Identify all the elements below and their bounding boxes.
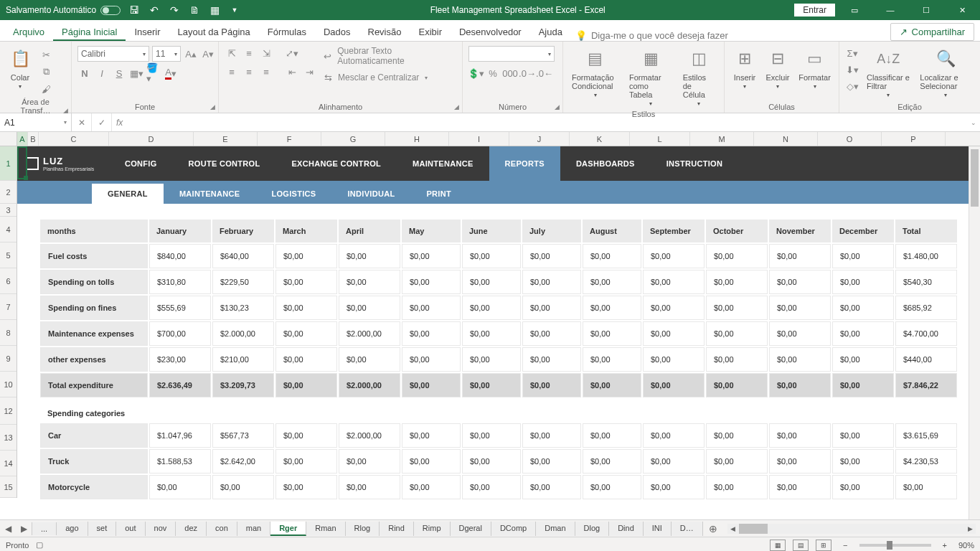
table-cell[interactable]: $0,00	[339, 244, 400, 268]
formula-bar[interactable]	[127, 113, 967, 131]
decrease-decimal-icon[interactable]: .0←	[537, 66, 552, 80]
table-cell[interactable]: $0,00	[275, 373, 337, 397]
table-cell[interactable]: $0,00	[583, 475, 641, 499]
table-cell[interactable]: $0,00	[643, 347, 705, 372]
sheet-nav-prev-icon[interactable]: ◀	[0, 524, 16, 534]
column-header[interactable]: H	[385, 132, 449, 146]
sort-filter-button[interactable]: A↓ZClassificar e Filtrar▾	[864, 44, 913, 100]
table-cell[interactable]: $0,00	[339, 475, 400, 499]
wrap-text-button[interactable]: ↩Quebrar Texto Automaticamente	[321, 46, 456, 66]
table-header[interactable]: Total	[895, 220, 957, 242]
launcher-icon[interactable]: ◢	[454, 103, 459, 110]
table-cell[interactable]: Total expenditure	[40, 373, 148, 397]
table-cell[interactable]: $0,00	[402, 296, 461, 320]
row-header[interactable]: 2	[0, 181, 17, 204]
table-header[interactable]: May	[402, 220, 461, 242]
table-cell[interactable]: $0,00	[275, 449, 337, 474]
table-cell[interactable]: Car	[40, 423, 148, 448]
autosave-toggle[interactable]: Salvamento Automático	[6, 5, 121, 15]
table-cell[interactable]: $0,00	[462, 270, 521, 294]
table-cell[interactable]: $0,00	[706, 347, 768, 372]
launcher-icon[interactable]: ◢	[555, 103, 560, 110]
clear-icon[interactable]: ◇▾	[845, 79, 859, 93]
table-header[interactable]: July	[522, 220, 581, 242]
tab-layout[interactable]: Layout da Página	[169, 22, 259, 41]
sheet-tab[interactable]: D…	[672, 522, 703, 536]
table-cell[interactable]: $0,00	[402, 423, 461, 448]
table-header[interactable]: January	[149, 220, 211, 242]
table-cell[interactable]: $0,00	[522, 475, 581, 499]
table-cell[interactable]: $0,00	[706, 449, 768, 474]
table-cell[interactable]: $0,00	[769, 244, 831, 268]
hscroll-right-icon[interactable]: ▶	[964, 524, 976, 534]
table-cell[interactable]: $0,00	[462, 347, 521, 372]
column-header[interactable]: C	[39, 132, 109, 146]
table-cell[interactable]: $440,00	[895, 347, 957, 372]
sheet-overflow[interactable]: ...	[32, 522, 57, 535]
sheet-tab[interactable]: ago	[57, 522, 88, 536]
sheet-tab[interactable]: Rlog	[346, 522, 380, 536]
font-color-icon[interactable]: A▾	[164, 66, 178, 80]
table-cell[interactable]: $0,00	[832, 449, 894, 474]
table-header[interactable]: December	[832, 220, 894, 242]
table-cell[interactable]: $4.230,53	[895, 449, 957, 474]
table-cell[interactable]: $0,00	[522, 347, 581, 372]
table-cell[interactable]: $0,00	[402, 270, 461, 294]
table-cell[interactable]: $685,92	[895, 296, 957, 320]
table-cell[interactable]: $0,00	[706, 296, 768, 320]
table-cell[interactable]: $4.700,00	[895, 321, 957, 346]
expand-formula-bar-icon[interactable]: ⌄	[967, 119, 980, 126]
table-cell[interactable]: $0,00	[339, 347, 400, 372]
row-header[interactable]: 15	[0, 476, 17, 498]
table-header[interactable]: June	[462, 220, 521, 242]
table-cell[interactable]: $0,00	[583, 347, 641, 372]
launcher-icon[interactable]: ◢	[63, 107, 68, 114]
tab-formulas[interactable]: Fórmulas	[259, 22, 315, 41]
table-cell[interactable]: $0,00	[583, 449, 641, 474]
sheet-tab[interactable]: Dlog	[575, 522, 610, 536]
column-header[interactable]: M	[690, 132, 754, 146]
table-cell[interactable]: $0,00	[832, 296, 894, 320]
table-cell[interactable]: $0,00	[402, 449, 461, 474]
select-all-corner[interactable]	[0, 132, 17, 146]
indent-decrease-icon[interactable]: ⇤	[285, 65, 299, 79]
sub-tab-general[interactable]: GENERAL	[92, 184, 164, 204]
horizontal-scrollbar[interactable]: ◀ ▶	[727, 524, 976, 534]
format-painter-icon[interactable]: 🖌	[39, 82, 53, 96]
table-cell[interactable]: $2.642,00	[212, 449, 274, 474]
table-cell[interactable]: $0,00	[583, 423, 641, 448]
table-cell[interactable]: $0,00	[275, 423, 337, 448]
percent-icon[interactable]: %	[486, 66, 500, 80]
table-cell[interactable]: $0,00	[643, 449, 705, 474]
sheet-tab[interactable]: Rger	[270, 522, 306, 536]
increase-decimal-icon[interactable]: .0→	[520, 66, 534, 80]
sheet-tab[interactable]: out	[116, 522, 145, 536]
bold-icon[interactable]: N	[77, 66, 92, 80]
sheet-tab[interactable]: dez	[176, 522, 207, 536]
table-cell[interactable]: $0,00	[402, 347, 461, 372]
table-cell[interactable]: $0,00	[402, 244, 461, 268]
table-cell[interactable]: $0,00	[769, 423, 831, 448]
row-header[interactable]: 9	[0, 346, 17, 372]
fill-icon[interactable]: ⬇▾	[845, 62, 859, 77]
autosum-icon[interactable]: Σ▾	[845, 46, 859, 60]
table-cell[interactable]: $0,00	[769, 321, 831, 346]
table-cell[interactable]: $0,00	[462, 244, 521, 268]
table-cell[interactable]: $0,00	[402, 321, 461, 346]
table-cell[interactable]: $0,00	[643, 296, 705, 320]
increase-font-icon[interactable]: A▴	[184, 47, 198, 61]
format-cells-button[interactable]: ▭Formatar▾	[796, 44, 833, 91]
table-cell[interactable]: $2.000,00	[339, 423, 400, 448]
login-button[interactable]: Entrar	[794, 4, 835, 17]
table-cell[interactable]: $1.480,00	[895, 244, 957, 268]
table-cell[interactable]: $0,00	[275, 296, 337, 320]
add-sheet-icon[interactable]: ⊕	[703, 523, 723, 534]
paste-button[interactable]: 📋 Colar ▾	[6, 44, 34, 91]
align-bottom-icon[interactable]: ⇲	[259, 46, 273, 60]
font-select[interactable]: Calibri▾	[77, 46, 149, 62]
row-header[interactable]: 1	[0, 146, 17, 181]
table-cell[interactable]: $0,00	[832, 373, 894, 397]
table-header[interactable]: November	[769, 220, 831, 242]
table-cell[interactable]: $0,00	[832, 321, 894, 346]
zoom-out-icon[interactable]: −	[839, 541, 852, 550]
